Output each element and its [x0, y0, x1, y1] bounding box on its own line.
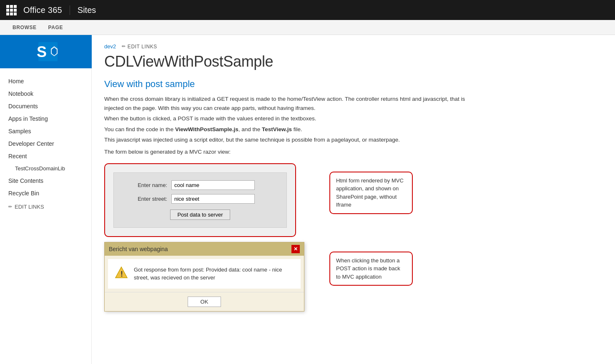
form-intro-label: The form below is generated by a MVC raz… — [104, 149, 602, 155]
app-title: Office 365 — [23, 5, 70, 15]
sidebar: S Home Notebook Documents Apps in Testin… — [0, 35, 92, 364]
dialog-title: Bericht van webpagina — [109, 246, 168, 252]
breadcrumb-edit-links[interactable]: ✏ EDIT LINKS — [122, 44, 157, 50]
sidebar-item-site-contents[interactable]: Site Contents — [0, 175, 91, 187]
svg-text:!: ! — [120, 270, 123, 278]
desc3: You can find the code in the ViewWithPos… — [104, 125, 479, 134]
enter-name-input[interactable] — [171, 180, 255, 190]
post-data-button[interactable]: Post data to server — [170, 209, 230, 220]
main-layout: S Home Notebook Documents Apps in Testin… — [0, 35, 615, 364]
dialog-ok-button[interactable]: OK — [188, 297, 221, 307]
form-row-street: Enter street: — [121, 194, 279, 204]
desc2: When the button is clicked, a POST is ma… — [104, 114, 479, 123]
breadcrumb: dev2 ✏ EDIT LINKS — [104, 43, 602, 50]
dialog-message: Got response from form post: Provided da… — [134, 266, 294, 282]
sidebar-item-developer-center[interactable]: Developer Center — [0, 137, 91, 150]
sites-label: Sites — [78, 5, 96, 15]
form-container: Enter name: Enter street: Post data to s… — [104, 163, 296, 237]
sidebar-nav: Home Notebook Documents Apps in Testing … — [0, 75, 91, 214]
dialog-close-button[interactable]: ✕ — [291, 245, 300, 253]
annotation-bubble-1: Html form rendered by MVC application, a… — [329, 172, 413, 214]
section-title: View with post sample — [104, 79, 602, 90]
annotation-text-1: Html form rendered by MVC application, a… — [336, 177, 404, 208]
waffle-button[interactable] — [5, 4, 18, 16]
sidebar-item-apps-in-testing[interactable]: Apps in Testing — [0, 112, 91, 125]
desc1: When the cross domain library is initial… — [104, 95, 479, 112]
forms-and-annotations: Enter name: Enter street: Post data to s… — [104, 159, 602, 312]
breadcrumb-link[interactable]: dev2 — [104, 43, 116, 50]
sidebar-logo: S — [0, 35, 92, 68]
svg-text:S: S — [37, 43, 47, 60]
sidebar-item-notebook[interactable]: Notebook — [0, 87, 91, 100]
warning-icon: ! — [115, 266, 128, 280]
topbar: Office 365 Sites — [0, 0, 615, 20]
enter-name-label: Enter name: — [121, 182, 167, 188]
dialog-titlebar: Bericht van webpagina ✕ — [105, 242, 304, 256]
content-area: dev2 ✏ EDIT LINKS CDLViewWithPostSample … — [92, 35, 615, 364]
sidebar-item-recent[interactable]: Recent — [0, 150, 91, 162]
tab-page[interactable]: PAGE — [43, 20, 69, 35]
sidebar-item-samples[interactable]: Samples — [0, 125, 91, 137]
enter-street-label: Enter street: — [121, 196, 167, 202]
left-column: Enter name: Enter street: Post data to s… — [104, 159, 304, 312]
ribbon: BROWSE PAGE — [0, 20, 615, 35]
tab-browse[interactable]: BROWSE — [7, 20, 43, 35]
page-title: CDLViewWithPostSample — [104, 53, 602, 70]
enter-street-input[interactable] — [171, 194, 255, 204]
sidebar-item-recycle-bin[interactable]: Recycle Bin — [0, 187, 91, 199]
dialog-body: ! Got response from form post: Provided … — [108, 259, 301, 289]
right-column: Html form rendered by MVC application, a… — [329, 159, 413, 286]
sidebar-item-home[interactable]: Home — [0, 75, 91, 87]
dialog-footer: OK — [105, 292, 304, 311]
pencil-icon: ✏ — [122, 44, 126, 49]
sharepoint-logo: S — [31, 41, 60, 62]
waffle-icon — [6, 5, 17, 15]
form-inner: Enter name: Enter street: Post data to s… — [113, 172, 287, 228]
annotation-bubble-2: When clicking the button a POST action i… — [329, 252, 413, 286]
dialog-box: Bericht van webpagina ✕ ! Got — [104, 242, 304, 312]
desc4: This javascript was injected using a scr… — [104, 135, 479, 145]
pencil-icon: ✏ — [8, 204, 12, 209]
form-row-name: Enter name: — [121, 180, 279, 190]
sidebar-item-documents[interactable]: Documents — [0, 100, 91, 112]
sidebar-item-testcrossdomainlib[interactable]: TestCrossDomainLib — [0, 162, 91, 175]
annotation-text-2: When clicking the button a POST action i… — [336, 257, 400, 280]
sidebar-edit-links[interactable]: ✏ EDIT LINKS — [0, 199, 91, 214]
